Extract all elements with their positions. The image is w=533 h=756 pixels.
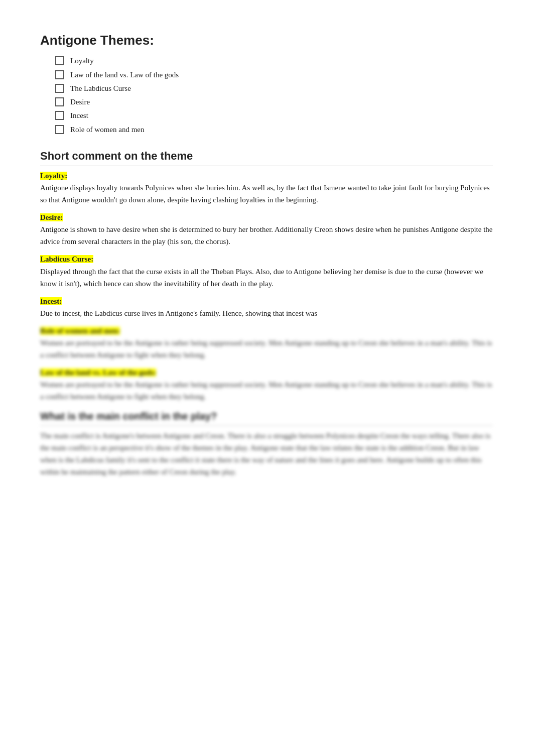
- list-item-label: Law of the land vs. Law of the gods: [70, 69, 179, 81]
- blurred-heading-block: What is the main conflict in the play? T…: [40, 409, 493, 478]
- themes-list: Loyalty Law of the land vs. Law of the g…: [55, 55, 493, 136]
- list-item-label: Desire: [70, 96, 90, 108]
- blurred-block-2: Law of the land vs. Law of the gods: Wom…: [40, 367, 493, 403]
- bullet-icon: [55, 97, 64, 106]
- blurred-paragraph-1: Women are portrayed to be the Antigone i…: [40, 337, 493, 361]
- desire-label: Desire:: [40, 213, 63, 221]
- list-item-label: Incest: [70, 110, 88, 121]
- labdicus-block: Labdicus Curse: Displayed through the fa…: [40, 254, 493, 289]
- list-item: Loyalty: [55, 55, 493, 67]
- blurred-section-heading: What is the main conflict in the play?: [40, 409, 493, 426]
- list-item-label: Role of women and men: [70, 124, 144, 136]
- incest-block: Incest: Due to incest, the Labdicus curs…: [40, 296, 493, 319]
- bullet-icon: [55, 70, 64, 79]
- loyalty-label: Loyalty:: [40, 172, 67, 180]
- loyalty-paragraph: Antigone displays loyalty towards Polyni…: [40, 182, 493, 206]
- list-item: Law of the land vs. Law of the gods: [55, 69, 493, 81]
- list-item: Desire: [55, 96, 493, 108]
- list-item: The Labdicus Curse: [55, 83, 493, 94]
- list-item-label: The Labdicus Curse: [70, 83, 131, 94]
- bullet-icon: [55, 56, 64, 65]
- incest-label: Incest:: [40, 297, 62, 305]
- page-title: Antigone Themes:: [40, 30, 493, 50]
- list-item: Incest: [55, 110, 493, 121]
- blurred-label-2: Law of the land vs. Law of the gods:: [40, 368, 156, 376]
- section-title-short-comment: Short comment on the theme: [40, 148, 493, 166]
- labdicus-label: Labdicus Curse:: [40, 255, 93, 263]
- incest-paragraph: Due to incest, the Labdicus curse lives …: [40, 307, 493, 319]
- desire-paragraph: Antigone is shown to have desire when sh…: [40, 223, 493, 247]
- desire-block: Desire: Antigone is shown to have desire…: [40, 212, 493, 247]
- list-item: Role of women and men: [55, 124, 493, 136]
- blurred-block-1: Role of women and men: Women are portray…: [40, 325, 493, 361]
- bullet-icon: [55, 125, 64, 134]
- labdicus-paragraph: Displayed through the fact that the curs…: [40, 266, 493, 290]
- bullet-icon: [55, 111, 64, 120]
- blurred-paragraph-3: The main conflict is Antigone's between …: [40, 430, 493, 478]
- loyalty-block: Loyalty: Antigone displays loyalty towar…: [40, 170, 493, 206]
- bullet-icon: [55, 84, 64, 93]
- list-item-label: Loyalty: [70, 55, 94, 67]
- blurred-paragraph-2: Women are portrayed to be the Antigone i…: [40, 379, 493, 403]
- blurred-label-1: Role of women and men:: [40, 327, 120, 335]
